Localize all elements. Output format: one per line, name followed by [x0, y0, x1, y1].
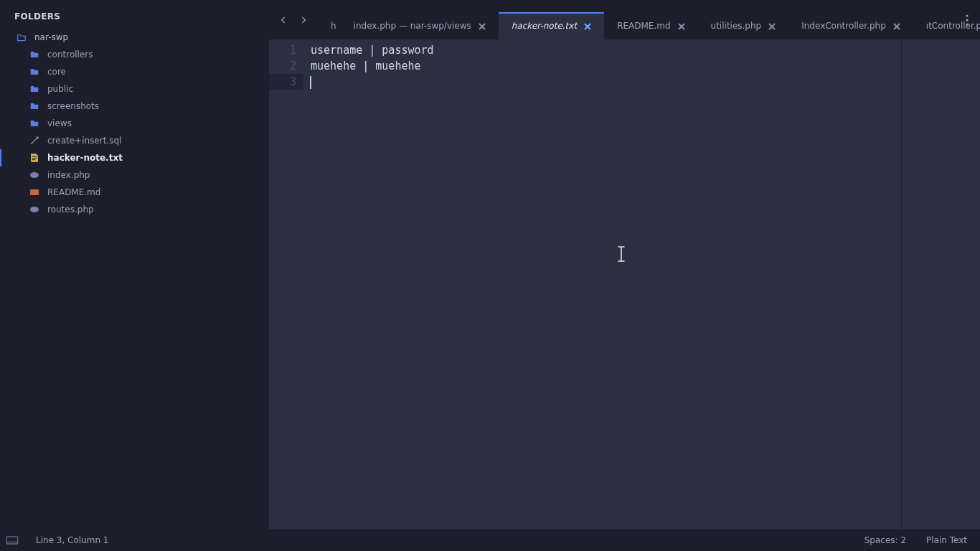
file-md-icon: [29, 187, 40, 198]
tree-file[interactable]: create+insert.sql: [0, 132, 269, 149]
folder-icon: [29, 118, 40, 129]
tab[interactable]: hacker-note.txt: [499, 12, 604, 39]
tab-close-button[interactable]: [584, 22, 591, 29]
status-position[interactable]: Line 3, Column 1: [36, 535, 109, 545]
tab-label: README.md: [617, 21, 670, 31]
tree-file-label: README.md: [47, 187, 100, 197]
file-sql-icon: [29, 135, 40, 146]
code-line[interactable]: [303, 74, 901, 90]
tab-close-button[interactable]: [479, 22, 486, 29]
line-number: 1: [269, 42, 303, 58]
main-area: h index.php — nar-swp/views hacker-note.…: [269, 0, 980, 529]
app-root: FOLDERS nar-swp controllers core public …: [0, 0, 980, 529]
svg-point-5: [30, 207, 39, 212]
editor[interactable]: 123 username | passwordmuehehe | muehehe: [269, 39, 980, 529]
tree-folder-label: public: [47, 84, 73, 94]
svg-point-8: [966, 23, 968, 25]
sidebar-title: FOLDERS: [0, 9, 269, 29]
nav-back-button[interactable]: [273, 10, 293, 30]
file-php-icon: [29, 169, 40, 181]
sidebar: FOLDERS nar-swp controllers core public …: [0, 0, 269, 529]
line-number: 3: [269, 74, 303, 90]
code-area[interactable]: username | passwordmuehehe | muehehe: [303, 39, 901, 529]
folder-icon: [29, 66, 40, 77]
tabs-container: h index.php — nar-swp/views hacker-note.…: [318, 1, 980, 39]
tree-folder-label: controllers: [47, 50, 93, 60]
file-list: create+insert.sql hacker-note.txt index.…: [0, 132, 269, 218]
code-line[interactable]: username | password: [303, 42, 901, 58]
tab[interactable]: IndexController.php: [788, 12, 913, 39]
tree-file-label: hacker-note.txt: [47, 153, 123, 163]
nav-forward-button[interactable]: [293, 10, 314, 30]
tab-label: utilities.php: [711, 21, 762, 31]
folder-icon: [29, 83, 40, 95]
folder-list: controllers core public screenshots view…: [0, 46, 269, 132]
tab-label: index.php — nar-swp/views: [354, 21, 471, 31]
tree-root-folder[interactable]: nar-swp: [0, 29, 269, 46]
status-syntax[interactable]: Plain Text: [926, 535, 967, 545]
tab-label: h: [331, 21, 336, 31]
tree-file-label: index.php: [47, 170, 90, 180]
tree-folder[interactable]: controllers: [0, 46, 269, 63]
tree-file[interactable]: routes.php: [0, 201, 269, 218]
svg-rect-4: [30, 189, 39, 195]
caret: [310, 76, 311, 89]
tab-overflow-menu-button[interactable]: [960, 11, 974, 29]
tab-close-button[interactable]: [678, 22, 685, 29]
svg-rect-10: [6, 541, 17, 544]
svg-rect-1: [32, 158, 37, 159]
svg-point-6: [966, 14, 968, 17]
tab-bar: h index.php — nar-swp/views hacker-note.…: [269, 0, 980, 39]
folder-icon: [29, 100, 40, 112]
tab-close-button[interactable]: [893, 22, 900, 29]
svg-rect-0: [32, 156, 37, 157]
folder-open-icon: [16, 32, 27, 43]
tree-folder[interactable]: views: [0, 115, 269, 132]
svg-point-3: [30, 172, 39, 178]
tab-truncated-prev[interactable]: h: [318, 12, 341, 39]
tree-file[interactable]: README.md: [0, 184, 269, 201]
tree-folder-label: core: [47, 67, 66, 77]
status-indent[interactable]: Spaces: 2: [864, 535, 906, 545]
tree-folder-label: screenshots: [47, 101, 99, 111]
tree-folder[interactable]: core: [0, 63, 269, 80]
console-panel-icon[interactable]: [6, 534, 19, 547]
tab-close-button[interactable]: [768, 22, 776, 29]
tab[interactable]: utilities.php: [698, 12, 789, 39]
svg-rect-2: [32, 159, 35, 160]
file-txt-icon: [29, 152, 40, 164]
tree-folder-label: views: [47, 118, 72, 128]
minimap[interactable]: [901, 39, 980, 529]
tree-folder[interactable]: public: [0, 80, 269, 98]
tree-file[interactable]: index.php: [0, 166, 269, 184]
text-cursor-icon: [616, 246, 626, 262]
tree-folder[interactable]: screenshots: [0, 98, 269, 115]
tab-label: IndexController.php: [801, 21, 886, 31]
tree-file-label: create+insert.sql: [47, 136, 121, 146]
line-number: 2: [269, 58, 303, 74]
file-php-icon: [29, 204, 40, 215]
tab-label: hacker-note.txt: [512, 21, 577, 31]
tab[interactable]: README.md: [604, 12, 697, 39]
code-line[interactable]: muehehe | muehehe: [303, 58, 901, 74]
folder-icon: [29, 49, 40, 60]
tree-file[interactable]: hacker-note.txt: [0, 149, 269, 166]
tree-file-label: routes.php: [47, 204, 94, 215]
svg-point-7: [966, 19, 968, 21]
gutter: 123: [269, 39, 303, 529]
tab[interactable]: index.php — nar-swp/views: [341, 12, 499, 39]
tree-root-label: nar-swp: [34, 32, 68, 42]
status-bar: Line 3, Column 1 Spaces: 2 Plain Text: [0, 529, 980, 551]
